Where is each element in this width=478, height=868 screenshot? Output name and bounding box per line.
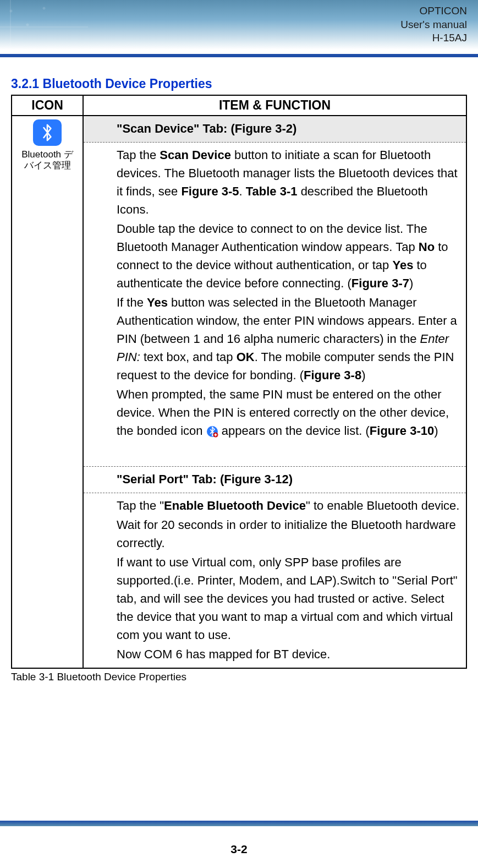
tab1-body-row: Tap the Scan Device button to initiate a… bbox=[84, 143, 466, 467]
tab2-title: "Serial Port" Tab: (Figure 3-12) bbox=[103, 470, 461, 488]
text-bold: Enable Bluetooth Device bbox=[164, 499, 306, 512]
text: appears on the device list. ( bbox=[218, 424, 370, 438]
header-model: H-15AJ bbox=[400, 31, 467, 45]
table-caption: Table 3-1 Bluetooth Device Properties bbox=[11, 671, 467, 683]
tab1-header-row: "Scan Device" Tab: (Figure 3-2) bbox=[84, 116, 466, 143]
tab1-title: "Scan Device" Tab: (Figure 3-2) bbox=[103, 119, 461, 138]
list-item: Tap the "Enable Bluetooth Device" to ena… bbox=[103, 496, 461, 515]
text: " to enable Bluetooth device. bbox=[306, 499, 459, 512]
text-bold: Figure 3-10 bbox=[370, 424, 434, 438]
svg-rect-3 bbox=[215, 434, 216, 436]
header-circuit-decoration bbox=[0, 0, 88, 50]
table-header-row: ICON ITEM & FUNCTION bbox=[12, 95, 466, 116]
bluetooth-icon bbox=[33, 119, 62, 146]
section-heading: 3.2.1 Bluetooth Device Properties bbox=[11, 77, 467, 91]
list-item: If want to use Virtual com, only SPP bas… bbox=[103, 553, 461, 644]
header-text-block: OPTICON User's manual H-15AJ bbox=[400, 4, 467, 45]
properties-table: ICON ITEM & FUNCTION Bluetooth デ バイス管理 bbox=[11, 95, 467, 669]
icon-cell: Bluetooth デ バイス管理 bbox=[12, 116, 83, 668]
page-number: 3-2 bbox=[0, 843, 478, 868]
function-subtable: "Scan Device" Tab: (Figure 3-2) Tap the … bbox=[84, 116, 466, 668]
text: ) bbox=[434, 424, 438, 438]
text-bold: Yes bbox=[147, 296, 168, 309]
text-bold: Figure 3-7 bbox=[351, 276, 409, 290]
col-header-icon: ICON bbox=[12, 95, 83, 116]
bonded-icon bbox=[206, 424, 218, 436]
list-item: When prompted, the same PIN must be ente… bbox=[103, 385, 461, 440]
text: button was selected in the Bluetooth Man… bbox=[117, 296, 457, 346]
text-bold: No bbox=[419, 240, 435, 254]
list-item: Double tap the device to connect to on t… bbox=[103, 220, 461, 292]
page-content: 3.2.1 Bluetooth Device Properties ICON I… bbox=[0, 57, 478, 683]
text: Tap the " bbox=[117, 499, 164, 512]
text: text box, and tap bbox=[140, 350, 237, 364]
tab2-body-row: Tap the "Enable Bluetooth Device" to ena… bbox=[84, 493, 466, 668]
header-doc-title: User's manual bbox=[400, 18, 467, 32]
list-item: Tap the Scan Device button to initiate a… bbox=[103, 146, 461, 219]
page-header-banner: OPTICON User's manual H-15AJ bbox=[0, 0, 478, 50]
text: If the bbox=[117, 296, 147, 309]
list-item: If the Yes button was selected in the Bl… bbox=[103, 293, 461, 384]
text-bold: Table 3-1 bbox=[246, 184, 298, 198]
header-brand: OPTICON bbox=[400, 4, 467, 18]
bluetooth-icon-label-1: Bluetooth デ bbox=[12, 149, 83, 160]
text: . bbox=[239, 184, 246, 198]
text: Double tap the device to connect to on t… bbox=[117, 222, 427, 254]
tab2-header-row: "Serial Port" Tab: (Figure 3-12) bbox=[84, 467, 466, 493]
footer-divider-bar bbox=[0, 821, 478, 826]
text-bold: Yes bbox=[392, 258, 413, 272]
table-row: Bluetooth デ バイス管理 "Scan Device" Tab: (Fi… bbox=[12, 116, 466, 668]
text-bold: Figure 3-5 bbox=[181, 184, 239, 198]
list-item: Now COM 6 has mapped for BT device. bbox=[103, 645, 461, 663]
text-bold: Figure 3-8 bbox=[304, 368, 361, 382]
text: ) bbox=[361, 368, 365, 382]
col-header-function: ITEM & FUNCTION bbox=[83, 95, 466, 116]
list-item: Wait for 20 seconds in order to initiali… bbox=[103, 516, 461, 552]
text: Tap the bbox=[117, 148, 160, 162]
bluetooth-icon-label-2: バイス管理 bbox=[12, 160, 83, 171]
text: ) bbox=[409, 276, 413, 290]
text-bold: OK bbox=[237, 350, 255, 364]
page-footer: 3-2 bbox=[0, 821, 478, 868]
text-bold: Scan Device bbox=[160, 148, 231, 162]
function-cell: "Scan Device" Tab: (Figure 3-2) Tap the … bbox=[83, 116, 466, 668]
